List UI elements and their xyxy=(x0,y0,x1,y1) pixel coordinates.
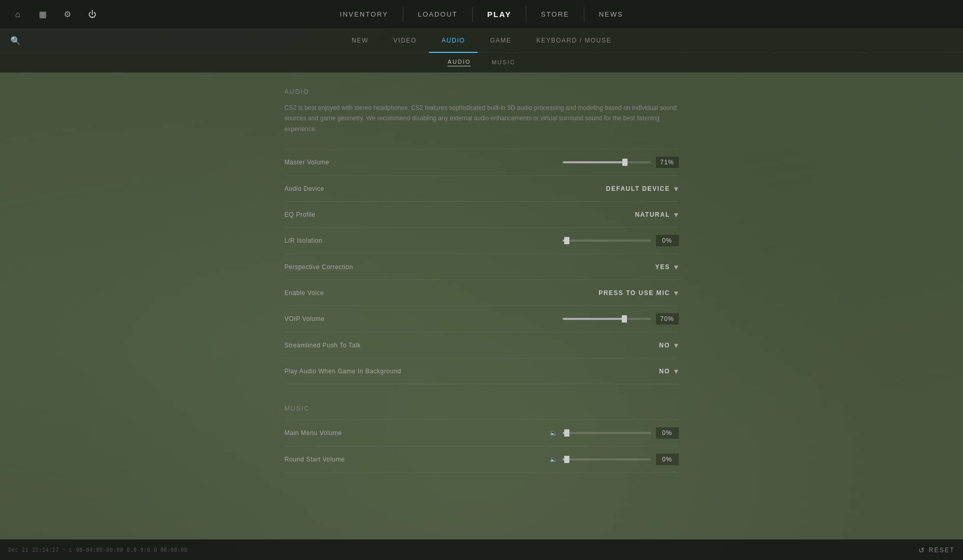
eq-profile-chevron-icon: ▾ xyxy=(674,211,679,219)
sub-tab-music[interactable]: MUSIC xyxy=(492,59,515,66)
nav-left-icons: ⌂ ▦ ⚙ ⏻ xyxy=(10,7,100,22)
nav-item-loadout[interactable]: LOADOUT xyxy=(403,0,472,29)
perspective-correction-value: YES xyxy=(655,263,670,271)
round-start-volume-thumb[interactable] xyxy=(564,456,569,463)
streamlined-push-label: Streamlined Push To Talk xyxy=(285,342,361,349)
streamlined-push-dropdown[interactable]: NO ▾ xyxy=(659,341,679,349)
main-content: Audio CS2 is best enjoyed with stereo he… xyxy=(285,73,679,539)
lr-isolation-label: L/R Isolation xyxy=(285,237,323,244)
audio-device-label: Audio Device xyxy=(285,185,325,192)
enable-voice-control: PRESS TO USE MIC ▾ xyxy=(598,289,678,297)
main-menu-volume-value: 0% xyxy=(656,427,679,439)
streamlined-push-chevron-icon: ▾ xyxy=(674,341,679,349)
main-menu-volume-row: Main Menu Volume 🔈 0% xyxy=(285,420,679,446)
enable-voice-chevron-icon: ▾ xyxy=(674,289,679,297)
master-volume-track[interactable] xyxy=(563,161,651,163)
eq-profile-control: NATURAL ▾ xyxy=(635,211,678,219)
play-audio-background-label: Play Audio When Game In Background xyxy=(285,368,401,375)
perspective-correction-chevron-icon: ▾ xyxy=(674,263,679,271)
secondary-nav-audio[interactable]: AUDIO xyxy=(429,29,478,53)
main-menu-volume-track[interactable] xyxy=(563,432,651,434)
lr-isolation-row: L/R Isolation 0% xyxy=(285,228,679,254)
lr-isolation-thumb[interactable] xyxy=(564,237,569,244)
nav-center: INVENTORY LOADOUT PLAY STORE NEWS xyxy=(325,0,637,29)
lr-isolation-track[interactable] xyxy=(563,240,651,242)
reset-label: RESET xyxy=(929,547,955,554)
reset-icon: ↺ xyxy=(918,546,926,554)
round-start-volume-row: Round Start Volume 🔈 0% xyxy=(285,446,679,473)
streamlined-push-row: Streamlined Push To Talk NO ▾ xyxy=(285,332,679,358)
power-icon[interactable]: ⏻ xyxy=(85,7,100,22)
lr-isolation-value: 0% xyxy=(656,235,679,246)
voip-volume-value: 70% xyxy=(656,313,679,325)
home-icon[interactable]: ⌂ xyxy=(10,7,25,22)
search-icon[interactable]: 🔍 xyxy=(10,36,21,46)
round-start-volume-track[interactable] xyxy=(563,458,651,460)
audio-device-chevron-icon: ▾ xyxy=(674,185,679,193)
gear-icon[interactable]: ⚙ xyxy=(60,7,75,22)
eq-profile-dropdown[interactable]: NATURAL ▾ xyxy=(635,211,678,219)
enable-voice-label: Enable Voice xyxy=(285,289,324,297)
secondary-nav-game[interactable]: GAME xyxy=(478,29,524,53)
audio-section-title: Audio xyxy=(285,88,679,95)
audio-section-header: Audio CS2 is best enjoyed with stereo he… xyxy=(285,88,679,134)
play-audio-background-control: NO ▾ xyxy=(659,367,679,375)
secondary-nav-new[interactable]: NEW xyxy=(339,29,381,53)
voip-volume-track[interactable] xyxy=(563,318,651,320)
master-volume-row: Master Volume 71% xyxy=(285,149,679,176)
voip-volume-thumb[interactable] xyxy=(622,315,627,323)
music-section: Music Main Menu Volume 🔈 0% Round Start … xyxy=(285,405,679,473)
volume-icon-1: 🔈 xyxy=(550,429,557,437)
play-audio-background-value: NO xyxy=(659,368,670,375)
round-start-volume-control: 🔈 0% xyxy=(550,454,679,465)
nav-item-inventory[interactable]: INVENTORY xyxy=(325,0,402,29)
play-audio-background-chevron-icon: ▾ xyxy=(674,367,679,375)
volume-icon-2: 🔈 xyxy=(550,456,557,463)
sub-tabs: AUDIO MUSIC xyxy=(0,53,963,73)
voip-volume-fill xyxy=(563,318,624,320)
secondary-nav-video[interactable]: VIDEO xyxy=(381,29,429,53)
master-volume-control: 71% xyxy=(563,157,679,168)
reset-button[interactable]: ↺ RESET xyxy=(918,546,955,554)
master-volume-label: Master Volume xyxy=(285,159,330,166)
master-volume-value: 71% xyxy=(656,157,679,168)
play-audio-background-row: Play Audio When Game In Background NO ▾ xyxy=(285,358,679,384)
music-section-title: Music xyxy=(285,405,679,412)
round-start-volume-value: 0% xyxy=(656,454,679,465)
perspective-correction-control: YES ▾ xyxy=(655,263,678,271)
round-start-volume-label: Round Start Volume xyxy=(285,456,345,463)
secondary-nav-keyboard[interactable]: KEYBOARD / MOUSE xyxy=(524,29,624,53)
main-menu-volume-label: Main Menu Volume xyxy=(285,429,342,437)
master-volume-thumb[interactable] xyxy=(622,159,627,166)
play-audio-background-dropdown[interactable]: NO ▾ xyxy=(659,367,679,375)
nav-item-store[interactable]: STORE xyxy=(526,0,584,29)
nav-item-news[interactable]: NEWS xyxy=(584,0,638,29)
voip-volume-label: VOIP Volume xyxy=(285,315,325,323)
master-volume-fill xyxy=(563,161,625,163)
audio-device-value: DEFAULT DEVICE xyxy=(606,185,670,192)
audio-device-row: Audio Device DEFAULT DEVICE ▾ xyxy=(285,176,679,202)
audio-device-dropdown[interactable]: DEFAULT DEVICE ▾ xyxy=(606,185,679,193)
sub-tab-audio[interactable]: AUDIO xyxy=(448,59,471,66)
enable-voice-dropdown[interactable]: PRESS TO USE MIC ▾ xyxy=(598,289,678,297)
eq-profile-row: EQ Profile NATURAL ▾ xyxy=(285,202,679,228)
timestamp: Dec 21 15:14:27 ~ L 00-04:00-00:00 0.0-9… xyxy=(8,547,188,553)
main-menu-volume-thumb[interactable] xyxy=(564,429,569,437)
nav-item-play[interactable]: PLAY xyxy=(473,0,526,29)
main-menu-volume-control: 🔈 0% xyxy=(550,427,679,439)
lr-isolation-control: 0% xyxy=(563,235,679,246)
eq-profile-value: NATURAL xyxy=(635,211,670,218)
perspective-correction-dropdown[interactable]: YES ▾ xyxy=(655,263,678,271)
audio-section-desc: CS2 is best enjoyed with stereo headphon… xyxy=(285,103,679,134)
voip-volume-row: VOIP Volume 70% xyxy=(285,306,679,332)
bottom-bar: Dec 21 15:14:27 ~ L 00-04:00-00:00 0.0-9… xyxy=(0,539,963,560)
tv-icon[interactable]: ▦ xyxy=(35,7,50,22)
audio-settings-group: Master Volume 71% Audio Device DEFAULT D… xyxy=(285,149,679,384)
enable-voice-value: PRESS TO USE MIC xyxy=(598,289,670,297)
perspective-correction-row: Perspective Correction YES ▾ xyxy=(285,254,679,280)
voip-volume-control: 70% xyxy=(563,313,679,325)
perspective-correction-label: Perspective Correction xyxy=(285,263,353,271)
audio-device-control: DEFAULT DEVICE ▾ xyxy=(606,185,679,193)
streamlined-push-control: NO ▾ xyxy=(659,341,679,349)
streamlined-push-value: NO xyxy=(659,342,670,349)
